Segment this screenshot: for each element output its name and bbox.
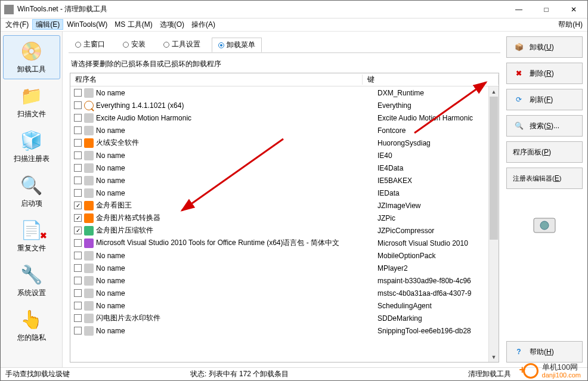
col-key[interactable]: 键 [363, 75, 499, 85]
row-checkbox[interactable] [74, 114, 82, 122]
search-button[interactable]: 🔍 搜索(S)... [506, 115, 583, 137]
table-row[interactable]: 闪电图片去水印软件SDDeMarking [70, 312, 499, 324]
close-button[interactable]: ✕ [560, 1, 587, 18]
panel-button[interactable]: 程序面板(P) [506, 141, 583, 163]
table-row[interactable]: No nameMPlayer2 [70, 262, 499, 274]
row-checkbox[interactable] [74, 189, 82, 197]
help-icon: ? [513, 346, 525, 358]
menu-help[interactable]: 帮助(H) [555, 18, 586, 31]
row-checkbox[interactable] [74, 327, 82, 334]
table-row[interactable]: No nameMobileOptionPack [70, 249, 499, 262]
nav-item-1[interactable]: 📁扫描文件 [3, 80, 60, 124]
row-icon [84, 314, 94, 323]
row-name: No name [96, 302, 374, 310]
row-checkbox[interactable] [74, 126, 82, 134]
row-checkbox[interactable] [74, 101, 82, 109]
vertical-scrollbar[interactable]: ▲ ▼ [488, 86, 499, 362]
tab-radio-3 [218, 42, 224, 48]
nav-label-6: 您的隐私 [17, 333, 46, 343]
table-row[interactable]: No nameIEData [70, 187, 499, 199]
row-icon [84, 163, 94, 173]
instruction-text: 请选择要删除的已损坏条目或已损坏的卸载程序 [69, 53, 500, 73]
nav-item-4[interactable]: 📄重复文件 [3, 214, 60, 258]
row-checkbox[interactable] [74, 227, 82, 234]
delete-label: 删除(R) [530, 69, 554, 79]
row-icon [84, 101, 94, 110]
table-row[interactable]: No nameFontcore [70, 124, 499, 137]
row-checkbox[interactable] [74, 89, 82, 97]
table-row[interactable]: No nameIE4Data [70, 162, 499, 174]
help-button[interactable]: ? 帮助(H) [506, 341, 583, 363]
nav-icon-6: 👆 [20, 309, 44, 330]
tab-3[interactable]: 卸载菜单 [212, 38, 262, 52]
table-row[interactable]: Microsoft Visual Studio 2010 Tools for O… [70, 237, 499, 249]
row-name: 金舟看图王 [96, 200, 374, 210]
table-row[interactable]: 金舟图片压缩软件JZPicCompressor [70, 224, 499, 237]
table-row[interactable]: 金舟图片格式转换器JZPic [70, 212, 499, 224]
row-checkbox[interactable] [74, 277, 82, 284]
row-icon [84, 326, 94, 336]
table-row[interactable]: No nameIE5BAKEX [70, 174, 499, 187]
search-icon: 🔍 [513, 120, 525, 132]
scroll-thumb[interactable] [490, 97, 498, 240]
table-row[interactable]: No namemspaint-b330ad9e-f80b-4c96 [70, 274, 499, 287]
row-checkbox[interactable] [74, 252, 82, 259]
row-name: No name [96, 277, 374, 285]
nav-item-5[interactable]: 🔧系统设置 [3, 259, 60, 303]
table-row[interactable]: 金舟看图王JZImageView [70, 199, 499, 212]
table-row[interactable]: Excite Audio Motion HarmonicExcite Audio… [70, 111, 499, 124]
table-row[interactable]: 火绒安全软件HuorongSysdiag [70, 137, 499, 149]
row-key: MobileOptionPack [374, 252, 499, 260]
row-checkbox[interactable] [74, 139, 82, 147]
refresh-button[interactable]: ⟳ 刷新(F) [506, 89, 583, 110]
col-program-name[interactable]: 程序名 [70, 75, 363, 85]
tab-1[interactable]: 安装 [116, 37, 152, 52]
row-checkbox[interactable] [74, 239, 82, 247]
row-checkbox[interactable] [74, 176, 82, 184]
row-checkbox[interactable] [74, 214, 82, 222]
row-icon [84, 113, 94, 123]
scroll-down-arrow[interactable]: ▼ [489, 352, 499, 362]
table-row[interactable]: Everything 1.4.1.1021 (x64)Everything [70, 99, 499, 111]
menu-item-3[interactable]: MS 工具(M) [111, 19, 156, 30]
minimize-button[interactable]: — [505, 1, 533, 18]
row-icon [84, 151, 94, 160]
row-checkbox[interactable] [74, 151, 82, 159]
row-key: Everything [374, 101, 499, 110]
row-checkbox[interactable] [74, 164, 82, 172]
table-row[interactable]: No nameSnippingTool-ee6eb196-db28 [70, 324, 499, 337]
menu-item-1[interactable]: 编辑(E) [32, 19, 63, 30]
nav-item-6[interactable]: 👆您的隐私 [3, 303, 60, 348]
row-icon [84, 201, 94, 210]
nav-icon-0: 📀 [20, 41, 44, 62]
nav-item-0[interactable]: 📀卸载工具 [3, 35, 60, 79]
table-row[interactable]: No nameSchedulingAgent [70, 299, 499, 312]
nav-icon-1: 📁 [20, 85, 44, 107]
table-row[interactable]: No namemstsc-4b0a31aa-df6a-4307-9 [70, 287, 499, 299]
row-checkbox[interactable] [74, 302, 82, 309]
menu-item-5[interactable]: 操作(A) [188, 19, 219, 30]
panel-label: 程序面板(P) [513, 147, 551, 157]
status-mid: 状态: 列表中有 172 个卸载条目 [190, 369, 468, 379]
menu-item-0[interactable]: 文件(F) [2, 19, 32, 30]
row-icon [84, 276, 94, 286]
tab-0[interactable]: 主窗口 [69, 37, 112, 52]
nav-item-3[interactable]: 🔍启动项 [3, 169, 60, 213]
tab-2[interactable]: 工具设置 [157, 37, 207, 52]
row-name: No name [96, 176, 374, 185]
app-icon [4, 5, 14, 14]
row-checkbox[interactable] [74, 264, 82, 272]
nav-item-2[interactable]: 🧊扫描注册表 [3, 125, 60, 169]
menu-item-4[interactable]: 选项(O) [156, 19, 188, 30]
uninstall-button[interactable]: 📦 卸载(U) [506, 36, 583, 58]
table-row[interactable]: No nameDXM_Runtime [70, 86, 499, 99]
menu-item-2[interactable]: WinTools(W) [63, 19, 111, 30]
row-checkbox[interactable] [74, 202, 82, 209]
scroll-up-arrow[interactable]: ▲ [489, 86, 499, 97]
regedit-button[interactable]: 注册表编辑器(E) [506, 168, 583, 189]
row-checkbox[interactable] [74, 289, 82, 297]
row-checkbox[interactable] [74, 314, 82, 322]
maximize-button[interactable]: □ [533, 1, 560, 18]
table-row[interactable]: No nameIE40 [70, 149, 499, 162]
delete-button[interactable]: ✖ 删除(R) [506, 63, 583, 84]
